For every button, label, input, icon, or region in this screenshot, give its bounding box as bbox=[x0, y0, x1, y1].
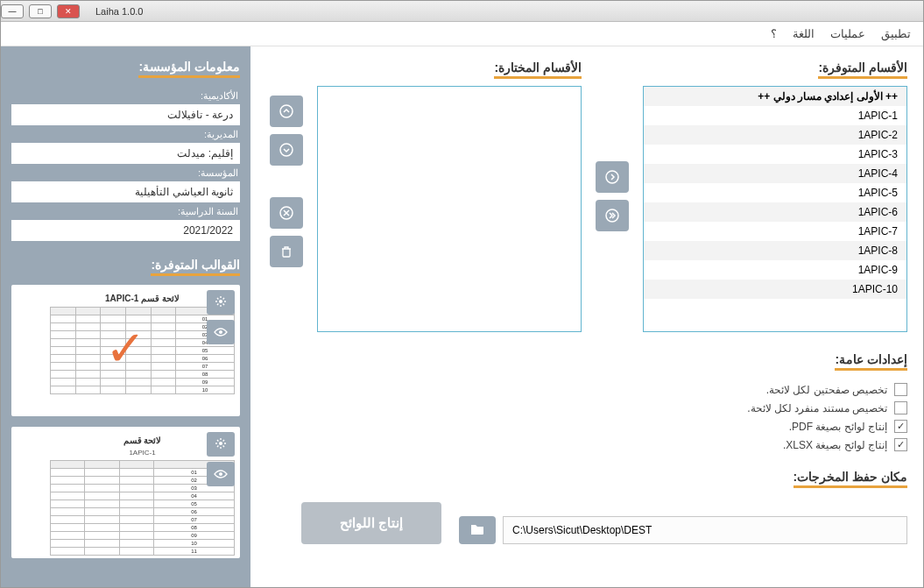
available-sections-title: الأقسام المتوفرة: bbox=[818, 60, 907, 79]
institution-info-title: معلومات المؤسسة: bbox=[138, 60, 240, 78]
list-item[interactable]: ++ الأولى إعدادي مسار دولي ++ bbox=[644, 87, 906, 106]
menu-ops[interactable]: عمليات bbox=[830, 27, 865, 40]
chevron-right-circle-icon bbox=[605, 170, 619, 184]
year-label: السنة الدراسية: bbox=[11, 206, 238, 217]
chevron-double-right-circle-icon bbox=[605, 209, 619, 223]
gear-icon bbox=[215, 295, 227, 308]
generate-button[interactable]: إنتاج اللوائح bbox=[301, 502, 441, 544]
pdf-label: إنتاج لوائح بصيغة PDF. bbox=[789, 421, 887, 433]
svg-point-8 bbox=[219, 472, 222, 476]
list-item[interactable]: 1APIC-5 bbox=[644, 183, 906, 202]
list-item[interactable]: 1APIC-10 bbox=[644, 280, 906, 299]
list-item[interactable]: 1APIC-7 bbox=[644, 222, 906, 241]
template-card-2[interactable]: لائحة قسم 1APIC-1 01 02 03 04 05 06 07 0… bbox=[11, 427, 240, 558]
list-item[interactable]: 1APIC-6 bbox=[644, 202, 906, 222]
direction-input[interactable] bbox=[11, 143, 240, 164]
template-settings-button[interactable] bbox=[207, 432, 235, 457]
output-location-title: مكان حفظ المخرجات: bbox=[794, 470, 907, 488]
eye-icon bbox=[214, 470, 228, 478]
chevron-down-circle-icon bbox=[279, 143, 293, 157]
menu-help[interactable]: ؟ bbox=[771, 27, 777, 40]
gear-icon bbox=[215, 437, 227, 450]
menubar: تطبيق عمليات اللغة ؟ bbox=[1, 22, 923, 46]
template-preview-button[interactable] bbox=[207, 320, 235, 344]
separate-doc-checkbox[interactable] bbox=[894, 401, 907, 414]
folder-icon bbox=[470, 523, 484, 535]
svg-point-0 bbox=[606, 171, 618, 183]
minimize-button[interactable]: — bbox=[1, 4, 24, 18]
maximize-button[interactable]: □ bbox=[29, 4, 52, 18]
selected-sections-title: الأقسام المختارة: bbox=[494, 60, 582, 79]
two-pages-label: تخصيص صفحتين لكل لائحة. bbox=[766, 384, 887, 396]
trash-icon bbox=[280, 245, 293, 258]
chevron-up-circle-icon bbox=[279, 104, 293, 118]
template-settings-button[interactable] bbox=[207, 290, 235, 315]
svg-point-3 bbox=[280, 144, 293, 156]
eye-icon bbox=[214, 328, 228, 337]
titlebar: ✕ □ — Laiha 1.0.0 bbox=[1, 1, 923, 22]
remove-button[interactable] bbox=[270, 197, 303, 229]
browse-folder-button[interactable] bbox=[459, 516, 496, 544]
check-icon: ✓ bbox=[105, 320, 146, 377]
delete-button[interactable] bbox=[270, 236, 303, 267]
window-title: Laiha 1.0.0 bbox=[95, 6, 143, 17]
template-preview-button[interactable] bbox=[207, 462, 235, 486]
output-path-input[interactable] bbox=[503, 516, 907, 544]
separate-doc-label: تخصيص مستند منفرد لكل لائحة. bbox=[747, 402, 887, 414]
close-circle-icon bbox=[279, 206, 293, 220]
academy-label: الأكاديمية: bbox=[11, 90, 238, 102]
selected-sections-list[interactable] bbox=[317, 86, 582, 332]
academy-input[interactable] bbox=[11, 104, 240, 125]
svg-point-5 bbox=[219, 300, 222, 303]
menu-app[interactable]: تطبيق bbox=[881, 27, 911, 40]
direction-label: المديرية: bbox=[11, 129, 238, 140]
school-input[interactable] bbox=[11, 181, 240, 202]
template-card-1[interactable]: ✓ لائحة قسم 1APIC-1 01 02 03 04 05 06 07 bbox=[11, 285, 240, 416]
xlsx-label: إنتاج لوائح بصيغة XLSX. bbox=[783, 439, 887, 451]
list-item[interactable]: 1APIC-8 bbox=[644, 241, 906, 260]
move-up-button[interactable] bbox=[270, 96, 303, 127]
two-pages-checkbox[interactable] bbox=[894, 383, 907, 396]
list-item[interactable]: 1APIC-9 bbox=[644, 260, 906, 280]
list-item[interactable]: 1APIC-1 bbox=[644, 106, 906, 125]
svg-point-6 bbox=[219, 330, 222, 334]
menu-lang[interactable]: اللغة bbox=[793, 27, 815, 40]
move-down-button[interactable] bbox=[270, 134, 303, 166]
school-label: المؤسسة: bbox=[11, 167, 238, 179]
xlsx-checkbox[interactable] bbox=[894, 438, 907, 451]
list-item[interactable]: 1APIC-2 bbox=[644, 125, 906, 145]
available-sections-list[interactable]: ++ الأولى إعدادي مسار دولي ++1APIC-11API… bbox=[643, 86, 907, 332]
general-settings-title: إعدادات عامة: bbox=[835, 352, 907, 371]
list-item[interactable]: 1APIC-3 bbox=[644, 145, 906, 164]
svg-point-7 bbox=[219, 442, 222, 445]
move-all-right-button[interactable] bbox=[596, 200, 629, 231]
templates-title: القوالب المتوفرة: bbox=[151, 258, 240, 276]
pdf-checkbox[interactable] bbox=[894, 420, 907, 433]
svg-point-2 bbox=[280, 105, 293, 117]
move-right-button[interactable] bbox=[596, 161, 629, 193]
list-item[interactable]: 1APIC-4 bbox=[644, 164, 906, 183]
year-input[interactable] bbox=[11, 220, 240, 241]
close-button[interactable]: ✕ bbox=[57, 4, 80, 18]
